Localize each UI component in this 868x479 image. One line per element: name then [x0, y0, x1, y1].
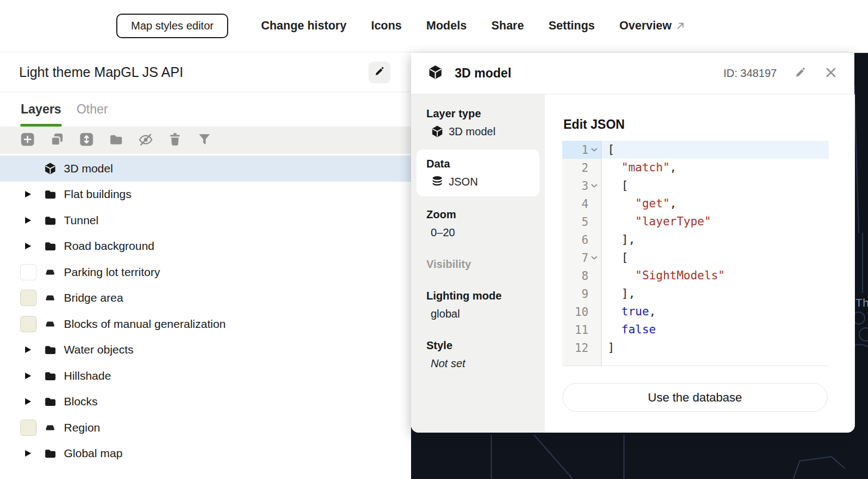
line-gutter[interactable]: 5: [562, 213, 602, 231]
property-label: Zoom: [426, 207, 535, 221]
color-swatch[interactable]: [20, 420, 37, 436]
code-line[interactable]: 10 true,: [562, 303, 829, 321]
expand-arrow-icon[interactable]: [25, 450, 31, 457]
code-text[interactable]: "SightModels": [602, 267, 829, 285]
layer-row[interactable]: Flat buildings: [0, 182, 411, 208]
nav-link-overview[interactable]: Overview: [620, 19, 686, 33]
property-section-layer-type[interactable]: Layer type3D model: [411, 106, 545, 139]
code-text[interactable]: [: [602, 141, 829, 159]
fold-chevron-icon[interactable]: [590, 147, 598, 153]
close-panel-button[interactable]: [824, 67, 838, 81]
layer-row[interactable]: Parking lot territory: [0, 259, 411, 285]
line-gutter[interactable]: 4: [562, 195, 602, 213]
nav-link-models[interactable]: Models: [426, 19, 467, 33]
code-text[interactable]: [: [602, 177, 829, 195]
layer-row[interactable]: Tunnel: [0, 207, 411, 233]
expand-arrow-icon[interactable]: [25, 217, 31, 224]
tab-layers[interactable]: Layers: [20, 92, 62, 127]
expand-arrow-icon[interactable]: [25, 191, 31, 197]
color-swatch[interactable]: [20, 316, 37, 332]
fold-spacer: [590, 165, 598, 171]
line-number: 3: [581, 179, 588, 193]
expand-arrow-icon[interactable]: [25, 243, 31, 249]
fold-chevron-icon[interactable]: [590, 183, 598, 189]
layer-row[interactable]: Hillshade: [0, 363, 411, 389]
code-text[interactable]: "get",: [602, 195, 829, 213]
json-code-editor[interactable]: 1[2 "match",3 [4 "get",5 "layerType"6 ],…: [562, 141, 829, 366]
code-line[interactable]: 4 "get",: [562, 195, 829, 213]
code-line[interactable]: 9 ],: [562, 285, 829, 303]
property-value: 3D model: [431, 124, 535, 139]
code-text[interactable]: ]: [602, 339, 829, 357]
code-line[interactable]: 12]: [562, 339, 829, 357]
code-text[interactable]: true,: [602, 303, 829, 321]
line-number: 11: [575, 324, 588, 337]
duplicate-layer-button[interactable]: [50, 133, 64, 148]
fold-chevron-icon[interactable]: [590, 255, 598, 261]
add-layer-button[interactable]: [20, 133, 35, 148]
edit-style-name-button[interactable]: [368, 62, 390, 83]
code-text[interactable]: "match",: [602, 159, 829, 177]
line-gutter[interactable]: 3: [562, 177, 602, 195]
code-line[interactable]: 5 "layerType": [562, 213, 829, 231]
hide-layer-button[interactable]: [138, 133, 153, 148]
code-line[interactable]: 8 "SightModels": [562, 267, 829, 285]
expand-arrow-icon[interactable]: [25, 398, 31, 405]
tab-other[interactable]: Other: [76, 92, 109, 127]
external-link-icon: [675, 21, 686, 31]
property-section-data[interactable]: DataJSON: [417, 149, 539, 196]
code-line[interactable]: 11 false: [562, 321, 829, 339]
group-layer-button[interactable]: [109, 133, 123, 148]
layers-toolbar: [0, 127, 411, 154]
code-text[interactable]: "layerType": [602, 213, 829, 231]
line-gutter[interactable]: 2: [562, 159, 602, 177]
property-label: Visibility: [426, 257, 535, 271]
map-styles-editor-app: Map styles editor Change historyIconsMod…: [0, 0, 868, 479]
line-gutter[interactable]: 12: [562, 339, 602, 357]
nav-link-settings[interactable]: Settings: [549, 19, 595, 33]
panel-tabs: LayersOther: [0, 92, 411, 127]
edit-layer-button[interactable]: [793, 67, 807, 81]
color-swatch[interactable]: [20, 264, 37, 280]
layer-row[interactable]: Water objects: [0, 337, 411, 363]
code-text[interactable]: false: [602, 321, 829, 339]
use-the-database-button[interactable]: Use the database: [562, 383, 828, 412]
delete-layer-button[interactable]: [168, 133, 182, 148]
layer-row[interactable]: Blocks of manual generalization: [0, 311, 411, 337]
layer-row[interactable]: 3D model: [0, 155, 411, 182]
layer-row[interactable]: Bridge area: [0, 285, 411, 312]
line-gutter[interactable]: 9: [562, 285, 602, 303]
code-line[interactable]: 1[: [562, 141, 829, 159]
line-gutter[interactable]: 7: [562, 249, 602, 267]
code-line[interactable]: 2 "match",: [562, 159, 829, 177]
code-text[interactable]: [: [602, 249, 829, 267]
filter-layer-button[interactable]: [197, 133, 212, 148]
line-gutter[interactable]: 11: [562, 321, 602, 339]
code-line[interactable]: 7 [: [562, 249, 829, 267]
property-section-lighting-mode[interactable]: Lighting modeglobal: [411, 289, 545, 321]
code-line[interactable]: 3 [: [562, 177, 829, 195]
line-gutter[interactable]: 6: [562, 231, 602, 249]
expand-arrow-icon[interactable]: [25, 346, 31, 353]
line-gutter[interactable]: 8: [562, 267, 602, 285]
layers-list: 3D modelFlat buildingsTunnelRoad backgro…: [0, 155, 411, 466]
layer-row[interactable]: Road background: [0, 233, 411, 260]
color-swatch[interactable]: [20, 290, 37, 306]
nav-link-icons[interactable]: Icons: [371, 19, 402, 33]
layer-row[interactable]: Region: [0, 415, 411, 441]
property-section-zoom[interactable]: Zoom0–20: [411, 207, 545, 239]
nav-link-change-history[interactable]: Change history: [261, 19, 347, 33]
line-gutter[interactable]: 1: [562, 141, 602, 159]
code-line[interactable]: 6 ],: [562, 231, 829, 249]
reorder-layer-button[interactable]: [79, 133, 94, 148]
code-text[interactable]: ],: [602, 231, 829, 249]
nav-link-share[interactable]: Share: [491, 19, 524, 33]
expand-arrow-icon[interactable]: [25, 373, 31, 379]
property-section-style[interactable]: StyleNot set: [411, 338, 545, 370]
property-section-visibility[interactable]: Visibility: [411, 257, 545, 271]
code-text[interactable]: ],: [602, 285, 829, 303]
map-styles-editor-button[interactable]: Map styles editor: [116, 14, 228, 38]
layer-row[interactable]: Global map: [0, 441, 411, 467]
layer-row[interactable]: Blocks: [0, 389, 411, 415]
line-gutter[interactable]: 10: [562, 303, 602, 321]
